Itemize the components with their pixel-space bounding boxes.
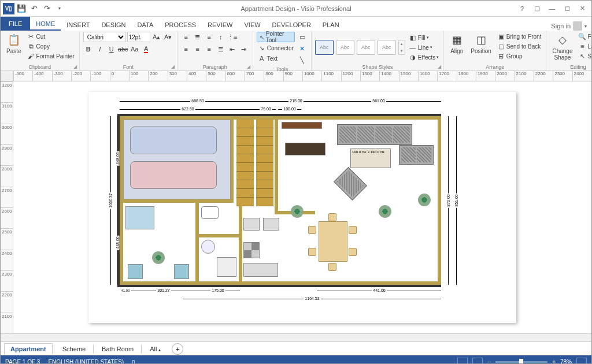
- text-case-button[interactable]: Aa: [130, 44, 140, 54]
- chair-6[interactable]: [328, 263, 336, 271]
- fill-button[interactable]: ◧Fill▾: [408, 33, 440, 42]
- close-icon[interactable]: ✕: [575, 3, 589, 14]
- shelf[interactable]: [285, 143, 325, 155]
- select-button[interactable]: ↖Select: [577, 51, 592, 61]
- language-indicator[interactable]: ENGLISH (UNITED STATES): [48, 359, 124, 365]
- paragraph-launcher[interactable]: ◢: [247, 64, 250, 69]
- justify-icon[interactable]: ≣: [216, 44, 226, 54]
- page-indicator[interactable]: PAGE 1 OF 3: [5, 359, 40, 365]
- undo-icon[interactable]: ↶: [28, 3, 40, 14]
- shower[interactable]: [217, 257, 236, 277]
- drawing-page[interactable]: 160.0 см. x 160.0 см 688.53 215.00: [88, 92, 516, 323]
- rectangle-tool-icon[interactable]: ▭: [297, 32, 308, 42]
- style-4[interactable]: Abc: [378, 40, 396, 55]
- wall-stair-r[interactable]: [275, 116, 278, 214]
- strike-button[interactable]: abc: [118, 44, 128, 54]
- change-shape-button[interactable]: ◇Change Shape: [550, 32, 575, 62]
- design-tab[interactable]: DESIGN: [95, 19, 131, 31]
- wall-right[interactable]: [438, 116, 441, 285]
- wall-bottom[interactable]: [120, 281, 441, 285]
- line-button[interactable]: —Line▾: [408, 43, 440, 52]
- sink-bath[interactable]: [201, 240, 215, 254]
- find-button[interactable]: 🔍Find: [577, 32, 592, 41]
- position-button[interactable]: ◫Position: [468, 32, 494, 55]
- car-blue[interactable]: [130, 127, 217, 154]
- sheet-tab-appartment[interactable]: Appartment: [4, 343, 53, 355]
- font-name-combo[interactable]: Calibri: [83, 32, 126, 42]
- text-tool[interactable]: AText: [257, 54, 295, 63]
- chair-2[interactable]: [308, 248, 316, 256]
- align-middle-icon[interactable]: ≣: [193, 32, 203, 42]
- car-pink[interactable]: [130, 161, 217, 189]
- ribbon-collapse-icon[interactable]: ▢: [530, 3, 544, 14]
- home-tab[interactable]: HOME: [30, 18, 61, 31]
- copy-button[interactable]: ⧉Copy: [26, 42, 76, 51]
- zoom-slider[interactable]: [495, 361, 547, 363]
- align-right-icon[interactable]: ≡: [204, 44, 214, 54]
- toilet[interactable]: [201, 206, 219, 219]
- plan-tab[interactable]: PLAN: [317, 19, 345, 31]
- stairs-1[interactable]: [236, 120, 254, 206]
- decrease-font-icon[interactable]: A▾: [163, 32, 173, 42]
- add-sheet-button[interactable]: +: [172, 343, 183, 355]
- zoom-out-button[interactable]: −: [487, 359, 491, 365]
- plant-4[interactable]: [418, 194, 431, 206]
- indent-dec-icon[interactable]: ⇤: [227, 44, 238, 54]
- counter-1[interactable]: [243, 218, 260, 231]
- sheet-tab-bathroom[interactable]: Bath Room: [95, 343, 140, 355]
- sign-in[interactable]: Sign in▾: [546, 21, 591, 31]
- sofa-large[interactable]: [337, 124, 412, 145]
- insert-tab[interactable]: INSERT: [61, 19, 95, 31]
- stove[interactable]: [243, 242, 260, 258]
- clipboard-launcher[interactable]: ◢: [73, 64, 77, 69]
- sheet-tab-all[interactable]: All ▴: [143, 343, 167, 355]
- bullets-icon[interactable]: ⋮≡: [227, 32, 238, 42]
- align-left-icon[interactable]: ≡: [181, 44, 191, 54]
- chair-1[interactable]: [308, 226, 316, 234]
- paste-button[interactable]: 📋Paste: [4, 32, 24, 55]
- dining-table[interactable]: [319, 221, 347, 262]
- plant-2[interactable]: [291, 205, 304, 218]
- floor-plan[interactable]: 160.0 см. x 160.0 см 688.53 215.00: [117, 107, 476, 298]
- process-tab[interactable]: PROCESS: [159, 19, 202, 31]
- chair-3[interactable]: [349, 226, 357, 234]
- redo-icon[interactable]: ↷: [41, 3, 53, 14]
- view-wide-icon[interactable]: [472, 358, 483, 364]
- developer-tab[interactable]: DEVELOPER: [267, 19, 317, 31]
- coffee-table[interactable]: 160.0 см. x 160.0 см: [350, 148, 391, 168]
- style-1[interactable]: Abc: [315, 40, 334, 55]
- wall-kit-l[interactable]: [239, 199, 242, 284]
- format-painter-button[interactable]: 🖌Format Painter: [26, 51, 76, 61]
- style-gallery-more[interactable]: ▴▾: [398, 40, 405, 55]
- sofa-small[interactable]: [399, 145, 434, 165]
- bed[interactable]: [125, 206, 154, 229]
- plant-3[interactable]: [379, 205, 391, 218]
- font-color-button[interactable]: A: [141, 44, 151, 54]
- help-icon[interactable]: ?: [515, 3, 529, 14]
- align-center-icon[interactable]: ≡: [193, 44, 203, 54]
- align-bottom-icon[interactable]: ≡: [204, 32, 214, 42]
- fit-page-icon[interactable]: [576, 358, 587, 364]
- qat-more-icon[interactable]: ▾: [54, 3, 65, 14]
- orientation-icon[interactable]: ↕: [216, 32, 226, 42]
- wall-bath[interactable]: [195, 234, 242, 237]
- nightstand-2[interactable]: [174, 264, 189, 279]
- stairs-2[interactable]: [256, 120, 273, 206]
- connector-tool[interactable]: ↘Connector: [257, 43, 295, 53]
- ruler-horizontal[interactable]: -500-400-300-200-10001002003004005006007…: [13, 71, 591, 81]
- style-3[interactable]: Abc: [357, 40, 375, 55]
- effects-button[interactable]: ◑Effects▾: [408, 53, 440, 62]
- chair-5[interactable]: [328, 213, 336, 221]
- send-back-button[interactable]: ▢Send to Back: [496, 42, 543, 51]
- underline-button[interactable]: U: [106, 44, 117, 54]
- styles-launcher[interactable]: ◢: [438, 64, 441, 69]
- pointer-tool[interactable]: ↖Pointer Tool: [257, 32, 295, 42]
- plant-1[interactable]: [152, 251, 165, 264]
- wall-bed-r[interactable]: [195, 199, 199, 284]
- chair-4[interactable]: [349, 248, 357, 256]
- nightstand-1[interactable]: [128, 264, 143, 279]
- drawing-canvas[interactable]: 160.0 см. x 160.0 см 688.53 215.00: [13, 81, 591, 333]
- connection-point-icon[interactable]: ✕: [297, 43, 308, 54]
- maximize-icon[interactable]: ◻: [560, 3, 574, 14]
- fridge[interactable]: [263, 218, 279, 231]
